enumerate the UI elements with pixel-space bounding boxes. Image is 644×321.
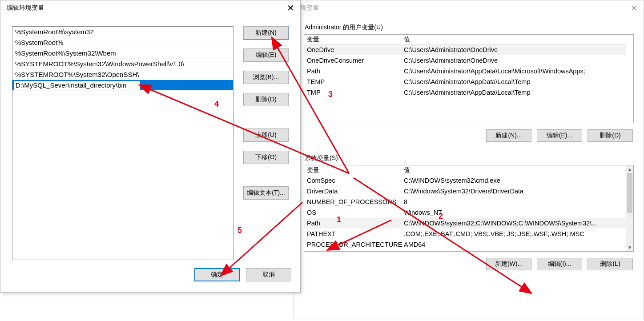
table-row[interactable]: DriverData C:\Windows\System32\Drivers\D…: [304, 186, 626, 197]
user-vars-table[interactable]: 变量 值 OneDrive C:\Users\Administrator\One…: [304, 34, 634, 123]
edit-button[interactable]: 编辑(E): [243, 48, 289, 62]
close-icon[interactable]: ✕: [624, 0, 644, 16]
env-titlebar: 境变量 ✕: [294, 0, 644, 16]
scrollbar[interactable]: ▲ ▼: [626, 165, 633, 251]
table-row[interactable]: NUMBER_OF_PROCESSORS 8: [304, 197, 626, 207]
edit-user-button[interactable]: 编辑(E)...: [537, 129, 582, 142]
table-row[interactable]: PATHEXT .COM;.EXE;.BAT;.CMD;.VBS;.VBE;.J…: [304, 229, 626, 239]
path-edit-input[interactable]: D:\MySQL_Sever\install_directory\bin: [13, 80, 141, 90]
cancel-button[interactable]: 取消: [246, 268, 291, 281]
system-vars-table[interactable]: 变量 值 ComSpec C:\WINDOWS\system32\cmd.exe…: [304, 165, 634, 252]
table-row[interactable]: TMP C:\Users\Administrator\AppData\Local…: [304, 87, 626, 98]
delete-button[interactable]: 删除(D): [243, 93, 289, 106]
table-row[interactable]: ComSpec C:\WINDOWS\system32\cmd.exe: [304, 175, 626, 186]
table-row[interactable]: OS Windows_NT: [304, 207, 626, 218]
edit-title: 编辑环境变量: [7, 4, 44, 12]
close-icon[interactable]: ✕: [281, 0, 300, 16]
list-item-editing[interactable]: D:\MySQL_Sever\install_directory\bin: [12, 80, 233, 91]
list-item[interactable]: %SYSTEMROOT%\System32\WindowsPowerShell\…: [12, 59, 233, 69]
col-header-value[interactable]: 值: [401, 36, 626, 44]
ok-button[interactable]: 确定: [194, 268, 240, 281]
table-row[interactable]: OneDrive C:\Users\Administrator\OneDrive: [304, 44, 626, 55]
new-user-button[interactable]: 新建(N)...: [486, 129, 531, 142]
table-row[interactable]: PROCESSOR_IDENTIFIER Intel64 Family 6 Mo…: [304, 250, 626, 251]
delete-system-button[interactable]: 删除(L): [588, 258, 633, 270]
edit-system-button[interactable]: 编辑(I)...: [537, 258, 582, 270]
edit-titlebar: 编辑环境变量 ✕: [0, 0, 300, 16]
table-row[interactable]: TEMP C:\Users\Administrator\AppData\Loca…: [304, 76, 626, 87]
new-system-button[interactable]: 新建(W)...: [486, 258, 531, 270]
text-caret: [127, 82, 127, 89]
sys-vars-label: 系统变量(S): [304, 154, 634, 162]
col-header-name[interactable]: 变量: [304, 36, 401, 44]
table-row[interactable]: Path C:\WINDOWS\system32;C:\WINDOWS;C:\W…: [304, 218, 626, 229]
edit-text-button[interactable]: 编辑文本(T)...: [243, 186, 289, 200]
list-item[interactable]: %SystemRoot%\System32\Wbem: [12, 48, 233, 59]
table-row[interactable]: OneDriveConsumer C:\Users\Administrator\…: [304, 55, 626, 66]
path-list[interactable]: %SystemRoot%\system32 %SystemRoot% %Syst…: [12, 26, 233, 260]
scroll-down-icon[interactable]: ▼: [626, 244, 633, 251]
env-title: 境变量: [300, 4, 319, 12]
delete-user-button[interactable]: 删除(D): [588, 129, 633, 142]
user-vars-label: Administrator 的用户变量(U): [304, 24, 634, 32]
table-row[interactable]: PROCESSOR_ARCHITECTURE AMD64: [304, 239, 626, 250]
browse-button[interactable]: 浏览(B)...: [243, 71, 289, 84]
edit-env-variable-dialog: 编辑环境变量 ✕ %SystemRoot%\system32 %SystemRo…: [0, 0, 301, 293]
new-button[interactable]: 新建(N): [243, 26, 289, 40]
col-header-value[interactable]: 值: [401, 166, 626, 174]
list-item[interactable]: %SystemRoot%\system32: [12, 27, 233, 37]
environment-variables-dialog: 境变量 ✕ Administrator 的用户变量(U) 变量 值 OneDri…: [294, 0, 644, 320]
scroll-thumb[interactable]: [627, 173, 632, 213]
move-up-button[interactable]: 上移(U): [243, 128, 289, 142]
list-item[interactable]: %SystemRoot%: [12, 37, 233, 48]
scroll-up-icon[interactable]: ▲: [626, 165, 633, 173]
table-row[interactable]: Path C:\Users\Administrator\AppData\Loca…: [304, 66, 626, 76]
list-item[interactable]: %SYSTEMROOT%\System32\OpenSSH\: [12, 69, 233, 80]
col-header-name[interactable]: 变量: [304, 166, 401, 174]
move-down-button[interactable]: 下移(O): [243, 151, 289, 164]
